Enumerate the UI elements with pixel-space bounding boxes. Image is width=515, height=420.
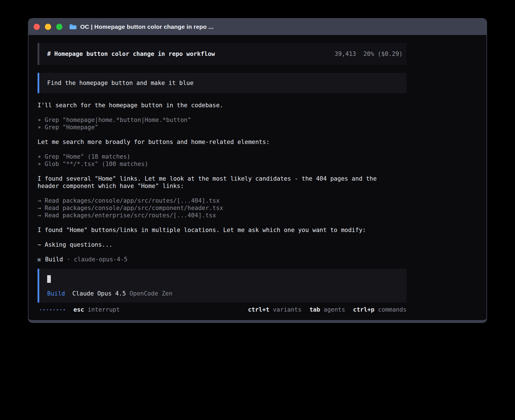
input-provider-name: OpenCode Zen [130, 290, 173, 297]
input-meta: Build Claude Opus 4.5 OpenCode Zen [47, 290, 399, 297]
hint-interrupt: escinterrupt [73, 306, 120, 313]
zoom-button[interactable] [56, 24, 62, 30]
session-title: # Homepage button color change in repo w… [47, 50, 215, 58]
assistant-text: I'll search for the homepage button in t… [38, 102, 390, 109]
minimize-button[interactable] [45, 24, 51, 30]
spinner-dots [40, 309, 65, 310]
tool-call-group: ∗ Grep "Home" (18 matches) ∗ Glob "**/*.… [38, 153, 407, 168]
assistant-text: Let me search more broadly for buttons a… [38, 138, 390, 146]
titlebar[interactable]: OC | Homepage button color change in rep… [29, 19, 486, 35]
hint-key: esc [73, 306, 88, 313]
tool-call-line: → Read packages/console/app/src/routes/[… [38, 197, 407, 204]
window-title: OC | Homepage button color change in rep… [80, 23, 213, 30]
hint-key: ctrl+t [248, 306, 273, 313]
prompt-input[interactable]: Build Claude Opus 4.5 OpenCode Zen [38, 269, 407, 303]
agent-separator: · [67, 256, 70, 263]
agent-model: claude-opus-4-5 [74, 256, 128, 263]
hint-agents: tabagents [309, 306, 345, 313]
user-message-text: Find the homepage button and make it blu… [47, 79, 193, 87]
traffic-lights [34, 24, 62, 30]
hint-key: tab [309, 306, 324, 313]
terminal-body: # Homepage button color change in repo w… [29, 35, 486, 320]
status-bar-right: ctrl+tvariants tabagents ctrl+pcommands [248, 306, 407, 313]
terminal-window: OC | Homepage button color change in rep… [28, 18, 487, 323]
tool-call-line: ∗ Glob "**/*.tsx" (100 matches) [38, 160, 407, 168]
hint-label: interrupt [88, 306, 120, 313]
tool-call-line: ∗ Grep "Homepage" [38, 124, 407, 131]
agent-name: Build [45, 256, 63, 263]
tool-call-line: → Read packages/enterprise/src/routes/[.… [38, 212, 407, 219]
tool-call-group: → Read packages/console/app/src/routes/[… [38, 197, 407, 219]
assistant-status-text: ~ Asking questions... [38, 241, 390, 248]
context-usage: 20% ($0.29) [363, 50, 403, 58]
agent-square-icon: ▣ [38, 256, 41, 263]
session-header: # Homepage button color change in repo w… [38, 43, 407, 65]
assistant-text: I found several "Home" links. Let me loo… [38, 175, 390, 190]
hint-label: commands [378, 306, 407, 313]
status-bar-left: escinterrupt [40, 306, 120, 313]
user-message: Find the homepage button and make it blu… [38, 73, 407, 93]
folder-icon [69, 24, 77, 30]
assistant-text: I found "Home" buttons/links in multiple… [38, 226, 390, 234]
token-count: 39,413 [335, 50, 356, 58]
hint-commands: ctrl+pcommands [353, 306, 407, 313]
hint-variants: ctrl+tvariants [248, 306, 302, 313]
status-bar: escinterrupt ctrl+tvariants tabagents ct… [38, 306, 407, 313]
input-mode-badge: Build [47, 290, 65, 297]
close-button[interactable] [34, 24, 40, 30]
input-model-name: Claude Opus 4.5 [72, 290, 126, 297]
text-cursor [47, 275, 51, 283]
tool-call-group: ∗ Grep "homepage|home.*button|Home.*butt… [38, 116, 407, 131]
conversation: I'll search for the homepage button in t… [38, 102, 407, 263]
hint-label: agents [324, 306, 345, 313]
hint-label: variants [273, 306, 302, 313]
tool-call-line: ∗ Grep "Home" (18 matches) [38, 153, 407, 160]
session-stats: 39,413 20% ($0.29) [335, 50, 403, 58]
hint-key: ctrl+p [353, 306, 378, 313]
agent-status-row: ▣ Build · claude-opus-4-5 [38, 256, 407, 263]
tool-call-line: → Read packages/console/app/src/componen… [38, 204, 407, 212]
tool-call-line: ∗ Grep "homepage|home.*button|Home.*butt… [38, 116, 407, 124]
